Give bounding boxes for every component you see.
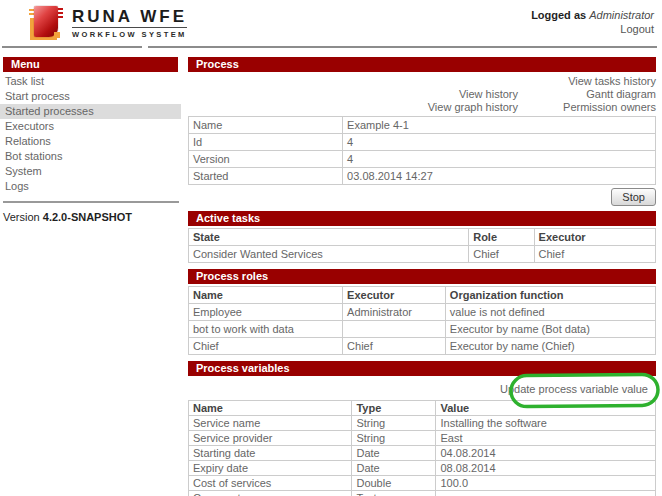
role-function: Executor by name (Chief) <box>445 338 655 355</box>
logged-as: Logged as Administrator <box>531 8 654 22</box>
sidebar: Menu Task list Start process Started pro… <box>0 57 184 223</box>
sidebar-item-started-processes[interactable]: Started processes <box>0 104 181 119</box>
top-header: RUNA WFE WORKFLOW SYSTEM Logged as Admin… <box>0 0 662 46</box>
variable-name: Service provider <box>189 431 352 446</box>
table-row: bot to work with data Executor by name (… <box>189 321 656 338</box>
runa-wfe-logo-icon <box>29 5 65 43</box>
role-executor: Chief <box>343 338 446 355</box>
menu-header: Menu <box>3 57 178 72</box>
info-value: Example 4-1 <box>343 117 656 134</box>
table-row: Employee Administrator value is not defi… <box>189 304 656 321</box>
column-header: Type <box>352 401 436 416</box>
role-name: Employee <box>189 304 343 321</box>
process-roles-section-header: Process roles <box>188 269 656 284</box>
sidebar-item-system[interactable]: System <box>3 164 184 179</box>
column-header: Executor <box>534 229 655 246</box>
process-variables-table: Name Type Value Service name String Inst… <box>188 400 656 496</box>
table-row: Chief Chief Executor by name (Chief) <box>189 338 656 355</box>
info-label: Started <box>189 168 343 185</box>
stop-button-row: Stop <box>188 188 656 206</box>
role-name: bot to work with data <box>189 321 343 338</box>
table-header-row: State Role Executor <box>189 229 656 246</box>
variable-name: Service name <box>189 416 352 431</box>
active-tasks-section-header: Active tasks <box>188 211 656 226</box>
table-row: Service provider String East <box>189 431 656 446</box>
table-row: Started 03.08.2014 14:27 <box>189 168 656 185</box>
table-header-row: Name Executor Organization function <box>189 287 656 304</box>
role-function: value is not defined <box>445 304 655 321</box>
variable-type: String <box>352 431 436 446</box>
version-value: 4.2.0-SNAPSHOT <box>43 211 132 223</box>
main-content: Process View tasks history View history … <box>188 57 656 496</box>
info-value: 4 <box>343 151 656 168</box>
divider-left <box>2 46 142 48</box>
column-header: Organization function <box>445 287 655 304</box>
menu-items: Task list Start process Started processe… <box>3 74 184 194</box>
table-row: Id 4 <box>189 134 656 151</box>
sidebar-item-logs[interactable]: Logs <box>3 179 184 194</box>
column-header: Name <box>189 287 343 304</box>
logo-text: RUNA WFE WORKFLOW SYSTEM <box>72 5 187 39</box>
update-process-variable-link[interactable]: Update process variable value <box>500 383 648 395</box>
stop-button[interactable]: Stop <box>611 188 656 206</box>
version-label: Version <box>3 211 40 223</box>
role-executor <box>343 321 446 338</box>
logout-link[interactable]: Logout <box>620 22 654 36</box>
sidebar-item-start-process[interactable]: Start process <box>3 89 184 104</box>
variable-name: Cost of services <box>189 476 352 491</box>
logged-as-label: Logged as <box>531 9 586 21</box>
variable-type: Text <box>352 491 436 496</box>
logo-link[interactable]: RUNA WFE WORKFLOW SYSTEM <box>29 5 187 43</box>
sidebar-item-executors[interactable]: Executors <box>3 119 184 134</box>
sidebar-item-bot-stations[interactable]: Bot stations <box>3 149 184 164</box>
variable-value: 08.08.2014 <box>436 461 656 476</box>
session-info: Logged as Administrator Logout <box>531 8 654 36</box>
view-tasks-history-link[interactable]: View tasks history <box>568 75 656 87</box>
info-value: 4 <box>343 134 656 151</box>
table-row: Name Example 4-1 <box>189 117 656 134</box>
task-executor: Chief <box>534 246 655 263</box>
logged-as-user: Administrator <box>589 9 654 21</box>
table-row: Starting date Date 04.08.2014 <box>189 446 656 461</box>
table-header-row: Name Type Value <box>189 401 656 416</box>
page: RUNA WFE WORKFLOW SYSTEM Logged as Admin… <box>0 0 662 496</box>
column-header: Value <box>436 401 656 416</box>
info-value: 03.08.2014 14:27 <box>343 168 656 185</box>
table-row: Comment Text <box>189 491 656 496</box>
gantt-diagram-link[interactable]: Gantt diagram <box>586 88 656 100</box>
logo-title: RUNA WFE <box>72 8 187 28</box>
column-header: Name <box>189 401 352 416</box>
permission-owners-link[interactable]: Permission owners <box>563 101 656 113</box>
variable-value <box>436 491 656 496</box>
info-label: Id <box>189 134 343 151</box>
logo-orange-square <box>54 32 60 38</box>
variable-type: String <box>352 416 436 431</box>
update-variable-row: Update process variable value <box>188 382 656 398</box>
info-label: Name <box>189 117 343 134</box>
role-executor: Administrator <box>343 304 446 321</box>
variable-value: Installing the software <box>436 416 656 431</box>
sidebar-item-task-list[interactable]: Task list <box>3 74 184 89</box>
process-info-table: Name Example 4-1 Id 4 Version 4 Started … <box>188 116 656 185</box>
variable-value: East <box>436 431 656 446</box>
sidebar-divider <box>3 201 179 203</box>
sidebar-item-relations[interactable]: Relations <box>3 134 184 149</box>
role-function: Executor by name (Bot data) <box>445 321 655 338</box>
process-links: View tasks history View history Gantt di… <box>188 75 656 114</box>
table-row: Service name String Installing the softw… <box>189 416 656 431</box>
table-row: Expiry date Date 08.08.2014 <box>189 461 656 476</box>
logo-red-teeth <box>58 8 63 20</box>
active-tasks-table: State Role Executor Consider Wanted Serv… <box>188 228 656 263</box>
version-text: Version 4.2.0-SNAPSHOT <box>3 211 184 223</box>
variable-name: Starting date <box>189 446 352 461</box>
divider-right <box>148 46 657 48</box>
variable-name: Expiry date <box>189 461 352 476</box>
process-section-header: Process <box>188 57 656 72</box>
header-divider <box>0 46 662 48</box>
variable-value: 04.08.2014 <box>436 446 656 461</box>
table-row: Cost of services Double 100.0 <box>189 476 656 491</box>
view-graph-history-link[interactable]: View graph history <box>428 101 518 113</box>
variable-value: 100.0 <box>436 476 656 491</box>
variable-type: Date <box>352 461 436 476</box>
view-history-link[interactable]: View history <box>459 88 518 100</box>
